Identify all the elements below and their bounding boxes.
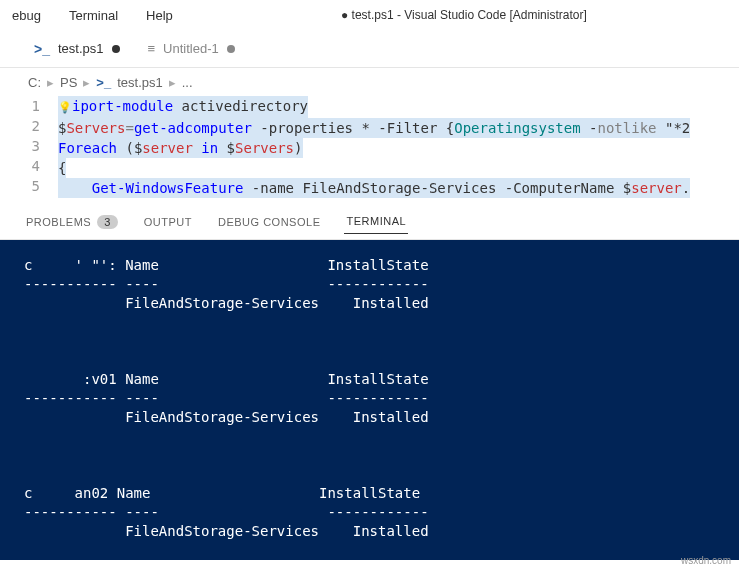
chevron-right-icon: ▸: [83, 75, 90, 90]
panel-tab-problems[interactable]: PROBLEMS 3: [24, 209, 120, 235]
watermark: wsxdn.com: [681, 555, 731, 566]
code-line[interactable]: 💡iport-module activedirectory: [58, 96, 739, 118]
modified-dot-icon: [112, 45, 120, 53]
code-area[interactable]: 💡iport-module activedirectory$Servers=ge…: [58, 96, 739, 198]
panel-tab-terminal[interactable]: TERMINAL: [344, 209, 408, 234]
panel-tab-debug-console[interactable]: DEBUG CONSOLE: [216, 210, 322, 234]
code-line[interactable]: Get-WindowsFeature -name FileAndStorage-…: [58, 178, 739, 198]
breadcrumb[interactable]: C: ▸ PS ▸ >_ test.ps1 ▸ ...: [0, 68, 739, 96]
code-line[interactable]: Foreach ($server in $Servers): [58, 138, 739, 158]
tab-untitled-1[interactable]: ≡ Untitled-1: [134, 33, 249, 64]
menu-debug[interactable]: ebug: [8, 4, 45, 27]
powershell-icon: >_: [34, 41, 50, 57]
editor-tabs: >_ test.ps1 ≡ Untitled-1: [0, 30, 739, 68]
line-gutter: 1 2 3 4 5: [0, 96, 58, 198]
breadcrumb-part[interactable]: PS: [60, 75, 77, 90]
breadcrumb-part[interactable]: test.ps1: [117, 75, 163, 90]
tab-label: test.ps1: [58, 41, 104, 56]
titlebar: ebug Terminal Help ● test.ps1 - Visual S…: [0, 0, 739, 30]
code-editor[interactable]: 1 2 3 4 5 💡iport-module activedirectory$…: [0, 96, 739, 198]
powershell-icon: >_: [96, 75, 111, 90]
terminal-output[interactable]: c ' "': Name InstallState ----------- --…: [0, 240, 739, 560]
chevron-right-icon: ▸: [169, 75, 176, 90]
breadcrumb-part[interactable]: C:: [28, 75, 41, 90]
tab-test-ps1[interactable]: >_ test.ps1: [20, 33, 134, 65]
tab-label: Untitled-1: [163, 41, 219, 56]
panel-tabs: PROBLEMS 3 OUTPUT DEBUG CONSOLE TERMINAL: [0, 204, 739, 240]
breadcrumb-part[interactable]: ...: [182, 75, 193, 90]
lightbulb-icon[interactable]: 💡: [58, 101, 72, 114]
panel-tab-output[interactable]: OUTPUT: [142, 210, 194, 234]
window-title: ● test.ps1 - Visual Studio Code [Adminis…: [197, 8, 731, 22]
menu-terminal[interactable]: Terminal: [65, 4, 122, 27]
file-icon: ≡: [148, 41, 156, 56]
code-line[interactable]: $Servers=get-adcomputer -properties * -F…: [58, 118, 739, 138]
code-line[interactable]: {: [58, 158, 739, 178]
menu-help[interactable]: Help: [142, 4, 177, 27]
chevron-right-icon: ▸: [47, 75, 54, 90]
problems-badge: 3: [97, 215, 118, 229]
modified-dot-icon: [227, 45, 235, 53]
